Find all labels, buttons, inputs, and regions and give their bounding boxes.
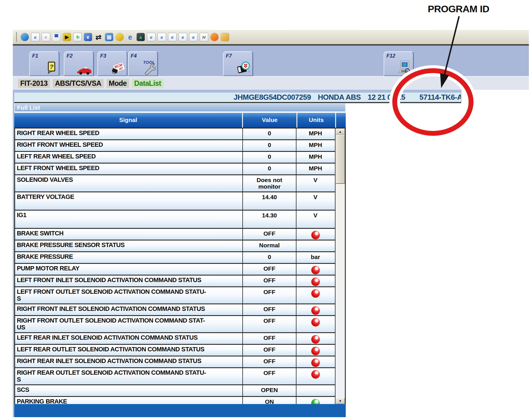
units-cell xyxy=(296,356,334,367)
units-cell xyxy=(296,333,334,344)
transfer-arrows-icon[interactable]: ⇄ xyxy=(95,33,103,41)
ie-document-icon[interactable]: e xyxy=(147,33,155,41)
tab-f1-help[interactable]: F1 ? xyxy=(29,51,60,76)
vertical-scrollbar[interactable]: ▲ ▼ xyxy=(335,129,345,404)
chart-flag-icon[interactable]: ▲ xyxy=(137,33,145,41)
column-header-units[interactable]: Units xyxy=(297,113,336,128)
program-id-annotation-label: PROGRAM ID xyxy=(428,3,489,15)
breadcrumb-item-datalist[interactable]: DataList xyxy=(132,79,163,88)
breadcrumb-item-mode[interactable]: Mode xyxy=(107,79,129,88)
table-row[interactable]: LEFT FRONT WHEEL SPEED 0 MPH xyxy=(15,164,335,175)
table-row[interactable]: BRAKE PRESSURE 0 bar xyxy=(15,252,335,264)
internet-globe-icon[interactable] xyxy=(21,33,29,41)
ie-document-icon[interactable]: e xyxy=(168,33,176,41)
table-row[interactable]: RIGHT REAR OUTLET SOLENOID ACTIVATION CO… xyxy=(15,368,335,385)
tab-f3-bcm-at[interactable]: F3 BCM AT xyxy=(97,51,128,76)
f2-key-label: F2 xyxy=(67,53,73,59)
table-row[interactable]: IG1 14.30 V xyxy=(15,211,335,229)
signal-cell: LEFT REAR INLET SOLENOID ACTIVATION COMM… xyxy=(15,333,243,344)
report-document-icon[interactable]: ≡ xyxy=(42,33,50,41)
red-led-indicator xyxy=(311,370,320,379)
table-row[interactable]: RIGHT FRONT WHEEL SPEED 0 MPH xyxy=(15,140,335,152)
f12-key-label: F12 xyxy=(386,53,395,59)
table-row[interactable]: BATTERY VOLTAGE 14.40 V xyxy=(15,192,335,211)
table-row[interactable]: LEFT FRONT OUTLET SOLENOID ACTIVATION CO… xyxy=(15,287,335,304)
ie-document-icon[interactable]: e xyxy=(31,33,39,41)
signal-cell: RIGHT REAR INLET SOLENOID ACTIVATION COM… xyxy=(15,356,243,367)
scrollbar-thumb[interactable] xyxy=(335,135,345,184)
units-cell xyxy=(296,304,334,315)
table-row[interactable]: RIGHT REAR WHEEL SPEED 0 MPH xyxy=(15,129,335,140)
table-row[interactable]: PUMP MOTOR RELAY OFF xyxy=(15,264,335,276)
honda-document-icon[interactable]: H xyxy=(200,33,208,41)
table-rows-viewport: RIGHT REAR WHEEL SPEED 0 MPH RIGHT FRONT… xyxy=(15,129,335,404)
table-row[interactable]: LEFT FRONT INLET SOLENOID ACTIVATION COM… xyxy=(15,276,335,287)
table-row[interactable]: SCS OPEN xyxy=(15,385,335,397)
red-led-indicator xyxy=(311,335,320,344)
units-cell: V xyxy=(296,175,334,191)
column-header-value[interactable]: Value xyxy=(243,113,297,128)
value-cell: OFF xyxy=(243,368,296,384)
value-cell: 0 xyxy=(243,129,296,139)
media-player-icon[interactable]: ▶ xyxy=(63,33,71,41)
units-cell xyxy=(296,316,334,332)
scroll-down-button[interactable]: ▼ xyxy=(335,398,345,404)
internet-explorer-icon[interactable]: e xyxy=(126,33,134,41)
signal-cell: SCS xyxy=(15,385,243,396)
table-row[interactable]: LEFT REAR OUTLET SOLENOID ACTIVATION COM… xyxy=(15,345,335,356)
value-cell: 14.30 xyxy=(243,211,296,228)
folder-icon[interactable] xyxy=(221,33,229,41)
units-cell xyxy=(296,287,334,303)
breadcrumb-item-system[interactable]: ABS/TCS/VSA xyxy=(53,79,104,88)
svg-text:?: ? xyxy=(50,63,54,70)
scroll-up-icon: ▲ xyxy=(339,130,342,133)
table-row[interactable]: SOLENOID VALVES Does not monitor V xyxy=(15,175,335,192)
tab-f4-tool[interactable]: F4 TOOL xyxy=(128,51,158,76)
units-cell: MPH xyxy=(296,164,334,174)
value-cell: OFF xyxy=(243,333,296,344)
hds-sphere-icon[interactable] xyxy=(210,33,218,41)
scroll-up-button[interactable]: ▲ xyxy=(335,129,345,135)
f3-key-label: F3 xyxy=(100,53,106,59)
table-row[interactable]: BRAKE SWITCH OFF xyxy=(15,229,335,240)
table-row[interactable]: LEFT REAR INLET SOLENOID ACTIVATION COMM… xyxy=(15,333,335,345)
ie-document-icon[interactable]: e xyxy=(179,33,187,41)
panel-title: Full List xyxy=(14,103,346,112)
signal-cell: BRAKE PRESSURE SENSOR STATUS xyxy=(15,240,243,251)
table-row[interactable]: BRAKE PRESSURE SENSOR STATUS Normal xyxy=(15,240,335,252)
tab-f12-pc-diagnostics[interactable]: F12 xyxy=(384,51,414,76)
data-monitor-icon xyxy=(236,60,251,75)
value-cell: 0 xyxy=(243,140,296,151)
value-cell: ON xyxy=(243,397,296,404)
vin-value: JHMGE8G54DC007259 xyxy=(234,93,311,102)
table-row[interactable]: PARKING BRAKE ON xyxy=(15,397,335,404)
messenger-icon[interactable]: e xyxy=(84,33,92,41)
security-key-icon[interactable] xyxy=(116,33,124,41)
tab-f2-vehicle[interactable]: F2 xyxy=(64,51,94,76)
signal-cell: LEFT FRONT OUTLET SOLENOID ACTIVATION CO… xyxy=(15,287,243,303)
signal-cell: RIGHT FRONT INLET SOLENOID ACTIVATION CO… xyxy=(15,304,243,315)
remote-screen-icon[interactable]: ▦ xyxy=(105,33,113,41)
red-led-indicator xyxy=(311,231,320,239)
page-refresh-icon[interactable]: ↻ xyxy=(73,33,81,41)
table-row[interactable]: RIGHT FRONT OUTLET SOLENOID ACTIVATION C… xyxy=(15,316,335,333)
units-cell xyxy=(296,385,334,396)
red-led-indicator xyxy=(311,278,320,286)
column-header-signal[interactable]: Signal xyxy=(14,113,243,128)
program-id-value: 57114-TK6-A210 xyxy=(420,93,461,102)
ie-document-icon[interactable]: e xyxy=(189,33,197,41)
f1-key-label: F1 xyxy=(32,53,38,59)
tab-f7-data-monitor[interactable]: F7 xyxy=(223,51,253,76)
breadcrumb-item-model[interactable]: FIT-2013 xyxy=(18,79,50,88)
function-key-bar: F1 ? F2 F3 BCM AT xyxy=(13,46,529,76)
value-cell: OFF xyxy=(243,345,296,356)
table-row[interactable]: RIGHT FRONT INLET SOLENOID ACTIVATION CO… xyxy=(15,304,335,316)
table-row[interactable]: RIGHT REAR INLET SOLENOID ACTIVATION COM… xyxy=(15,356,335,368)
f4-key-label: F4 xyxy=(131,53,137,59)
units-cell xyxy=(296,229,334,240)
bcm-at-module-icon: BCM AT xyxy=(111,61,126,75)
table-row[interactable]: LEFT REAR WHEEL SPEED 0 MPH xyxy=(15,152,335,164)
ie-document-icon[interactable]: e xyxy=(158,33,166,41)
signal-cell: PUMP MOTOR RELAY xyxy=(15,264,243,275)
window-icon[interactable]: ▀ xyxy=(52,33,60,41)
